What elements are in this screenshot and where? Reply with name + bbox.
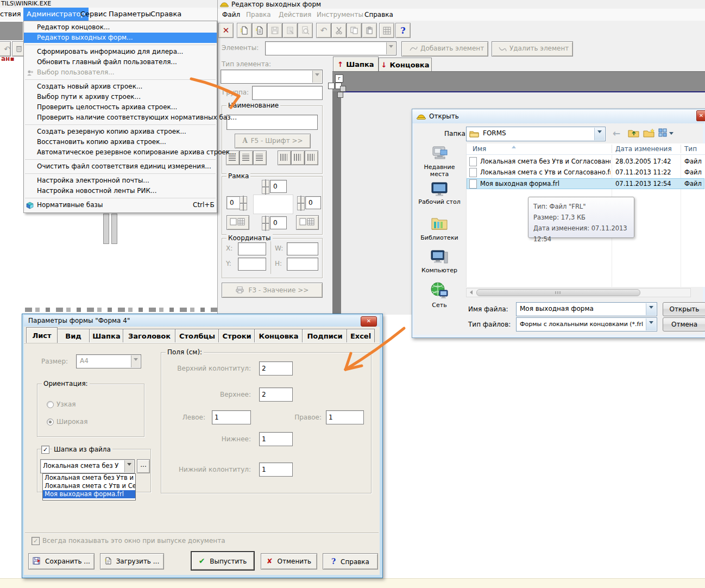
always-show-checkbox[interactable]: ✓ [32, 537, 40, 545]
menu-item-clear-units-file[interactable]: Очистить файл соответствия единиц измере… [24, 161, 217, 172]
header-from-file-checkbox[interactable]: ✓ [41, 446, 49, 454]
design-handle[interactable] [328, 83, 335, 89]
sidebar-item-desktop[interactable]: Рабочий стол [415, 182, 464, 209]
chevron-down-icon[interactable] [646, 303, 656, 315]
filename-combobox[interactable]: Моя выходная форма [516, 302, 657, 316]
column-header-name[interactable]: Имя [473, 145, 486, 153]
toolbar-preview-button[interactable] [298, 23, 313, 38]
toolbar-new-button[interactable] [237, 23, 252, 38]
open-button[interactable]: Открыть [663, 302, 705, 316]
toolbar-grid-button[interactable] [379, 23, 394, 38]
menu-item-update-user-file[interactable]: Обновить главный файл пользователя... [24, 57, 217, 67]
toolbar-paste-button[interactable] [362, 23, 377, 38]
dropdown-option[interactable]: Локальная смета без Утв и [43, 474, 135, 482]
issue-button[interactable]: ✔ Выпустить [191, 552, 254, 570]
coord-h-field[interactable] [287, 258, 318, 271]
toolbar-copy-button[interactable] [347, 23, 362, 38]
frame-right-field[interactable]: 0 [305, 196, 321, 209]
valign-top-button[interactable] [278, 151, 291, 165]
align-right-button[interactable] [253, 151, 267, 165]
tab-excel[interactable]: Excel [347, 329, 375, 343]
sidebar-item-computer[interactable]: Компьютер [415, 249, 464, 277]
chevron-down-icon[interactable] [312, 71, 322, 83]
menu-item-new-archive[interactable]: Создать новый архив строек... [24, 82, 217, 92]
new-folder-button[interactable] [643, 128, 655, 138]
menubar-item-cut[interactable]: ствия [0, 10, 21, 18]
design-handle[interactable] [340, 86, 346, 92]
menu-item-check-archive[interactable]: Проверить целостность архива строек... [24, 102, 217, 112]
add-element-button[interactable]: Добавить элемент [401, 41, 488, 57]
tab-rows[interactable]: Строки [218, 329, 255, 343]
toolbar-help-button[interactable]: ? [395, 23, 411, 38]
menubar-item-administrator[interactable]: Администратор [23, 8, 89, 21]
valign-bottom-button[interactable] [305, 151, 318, 165]
margin-field-bottom-footer[interactable]: 1 [259, 462, 293, 477]
load-form-button[interactable]: Загрузить ... [100, 553, 164, 570]
open-dialog-close-button[interactable]: ✕ [696, 110, 705, 121]
margin-field-bottom[interactable]: 1 [259, 432, 293, 446]
editor-menu-help[interactable]: Справка [364, 11, 393, 18]
tab-footer[interactable]: ↓ Концовка [379, 58, 432, 72]
frame-bottom-spinner[interactable] [262, 216, 269, 230]
menu-item-email-settings[interactable]: Настройка электронной почты... [24, 176, 217, 186]
toolbar-fragment-button-refresh[interactable]: ↶ [0, 41, 11, 57]
name-field[interactable] [226, 115, 318, 130]
header-file-combobox[interactable]: Локальная смета без У [40, 459, 135, 473]
form-dialog-titlebar[interactable]: Параметры формы "Форма 4" [24, 315, 380, 327]
sidebar-item-network[interactable]: Сеть [415, 282, 464, 311]
delete-element-button[interactable]: Удалить элемент [492, 41, 573, 57]
menu-item-check-bases[interactable]: Проверить наличие соответствующих нормат… [24, 112, 217, 123]
column-header-type[interactable]: Тип [684, 145, 697, 153]
radio-portrait[interactable] [47, 401, 54, 408]
cancel-form-button[interactable]: ✘ Отменить [261, 553, 317, 570]
elements-combobox[interactable] [265, 41, 396, 55]
dropdown-option-selected[interactable]: Моя выходная форма.frl [43, 490, 135, 498]
open-dialog-titlebar[interactable]: Открыть [412, 109, 704, 123]
file-row[interactable]: Локальная смета без Утв и Согласовано.fr… [467, 157, 704, 167]
editor-menu-edit[interactable]: Правка [246, 11, 271, 18]
design-handle[interactable]: г [335, 74, 343, 83]
size-combobox[interactable]: A4 [76, 354, 141, 368]
file-row[interactable]: Локальная смета с Утв и Согласовано.frl … [467, 167, 704, 178]
chevron-down-icon[interactable] [131, 355, 140, 367]
tab-view[interactable]: Вид [56, 329, 90, 343]
views-button[interactable] [658, 128, 673, 138]
coord-y-field[interactable] [238, 258, 266, 271]
font-button[interactable]: AF5 - Шрифт >> [235, 134, 311, 148]
editor-menu-actions[interactable]: Действия [279, 11, 311, 18]
column-separator[interactable] [612, 145, 612, 153]
editor-menu-tools[interactable]: Инструменты [317, 11, 363, 18]
tab-header[interactable]: ↑ Шапка [333, 57, 379, 72]
frame-bottom-field[interactable]: 0 [270, 216, 287, 229]
radio-landscape[interactable] [47, 418, 54, 426]
chevron-down-icon[interactable] [386, 42, 395, 54]
frame-right-spinner[interactable] [297, 196, 305, 210]
column-separator[interactable] [681, 145, 681, 153]
margin-field-top-header[interactable]: 2 [259, 361, 293, 376]
menu-item-dealer-info[interactable]: Сформировать информацию для дилера... [24, 47, 217, 57]
element-type-combobox[interactable] [221, 70, 323, 84]
back-icon[interactable]: ← [613, 128, 620, 139]
toolbar-save-button[interactable] [267, 23, 282, 38]
chevron-down-icon[interactable] [594, 128, 605, 140]
tab-header[interactable]: Шапка [89, 329, 124, 343]
tab-columns[interactable]: Столбцы [175, 329, 219, 343]
menu-item-output-forms-editor[interactable]: Редактор выходных форм... [24, 33, 217, 43]
folder-up-button[interactable] [628, 128, 640, 138]
editor-menu-file[interactable]: Файл [222, 11, 240, 18]
frame-left-spinner[interactable] [240, 196, 247, 210]
editor-titlebar[interactable]: Редактор выходных форм [218, 0, 705, 9]
design-handle[interactable] [337, 92, 343, 98]
margin-field-top[interactable]: 2 [259, 387, 293, 402]
help-form-button[interactable]: ? Справка [323, 553, 378, 570]
scrollbar-thumb[interactable] [476, 289, 640, 296]
coord-w-field[interactable] [287, 242, 318, 255]
tab-signatures[interactable]: Подписи [302, 329, 348, 343]
margin-field-right[interactable]: 1 [326, 410, 364, 424]
toolbar-cut-button[interactable] [331, 23, 347, 38]
coord-x-field[interactable] [238, 242, 266, 255]
toolbar-undo-button[interactable]: ↶ [316, 23, 331, 38]
menubar-item-service[interactable]: Сервис [80, 10, 107, 18]
filetype-combobox[interactable]: Формы с локальными концовками (*.frl) [516, 317, 657, 331]
scroll-left-arrow[interactable] [468, 290, 473, 295]
